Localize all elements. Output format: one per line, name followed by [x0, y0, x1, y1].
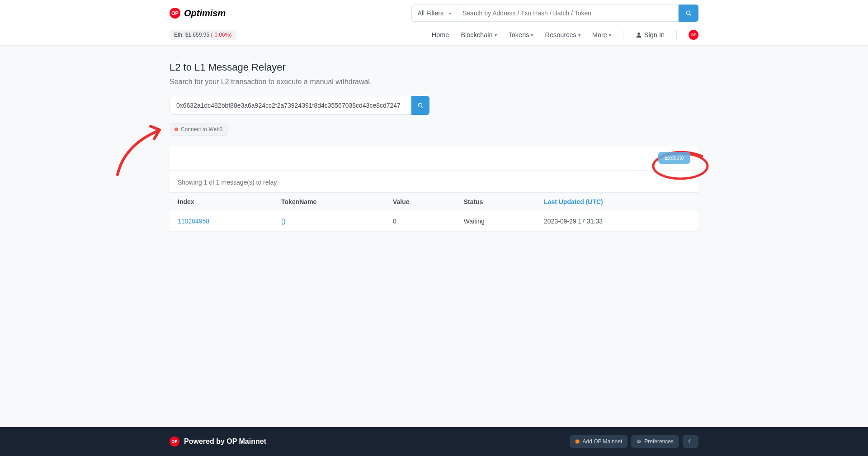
eth-label: Eth:: [174, 32, 185, 38]
nav-divider: [676, 30, 677, 39]
showing-text: Showing 1 of 1 message(s) to relay: [170, 171, 698, 192]
nav-tokens[interactable]: Tokens▾: [509, 31, 533, 38]
nav-divider: [623, 30, 623, 39]
svg-point-0: [686, 11, 690, 14]
chevron-down-icon: ▾: [609, 33, 611, 38]
nav-more-label: More: [592, 31, 607, 38]
main-content: L2 to L1 Message Relayer Search for your…: [0, 46, 868, 277]
svg-point-3: [418, 103, 422, 107]
footer-divider: [170, 250, 698, 250]
chevron-down-icon: ▾: [578, 33, 580, 38]
th-updated[interactable]: Last Updated (UTC): [536, 193, 698, 211]
cell-index[interactable]: 110204958: [178, 218, 209, 225]
eth-price-value: $1,659.95: [185, 32, 209, 38]
eth-price-badge: Eth: $1,659.95 (-0.06%): [170, 30, 236, 40]
svg-point-2: [637, 33, 640, 35]
main-nav: Home Blockchain▾ Tokens▾ Resources▾ More…: [432, 30, 698, 40]
global-search-button[interactable]: [679, 5, 698, 22]
nav-more[interactable]: More▾: [592, 31, 611, 38]
svg-line-4: [422, 107, 423, 108]
chevron-down-icon: ▾: [449, 11, 451, 16]
th-token: TokenName: [273, 193, 385, 211]
nav-resources-label: Resources: [545, 31, 576, 38]
tx-hash-input[interactable]: [170, 96, 411, 115]
tx-search-button[interactable]: [411, 96, 429, 115]
th-index: Index: [170, 193, 273, 211]
search-icon: [417, 102, 424, 109]
chevron-down-icon: ▾: [531, 33, 533, 38]
th-status: Status: [456, 193, 536, 211]
op-network-icon[interactable]: OP: [689, 30, 698, 40]
page-subtitle: Search for your L2 transaction to execut…: [170, 78, 698, 86]
nav-resources[interactable]: Resources▾: [545, 31, 580, 38]
brand-name: Optimism: [184, 8, 226, 19]
nav-home[interactable]: Home: [432, 31, 449, 38]
page-title: L2 to L1 Message Relayer: [170, 62, 698, 73]
filter-label: All Filters: [417, 10, 443, 17]
header: OP Optimism All Filters ▾ Eth: $1,659.95…: [0, 0, 868, 46]
table-row: 110204958 () 0 Waiting 2023-09-29 17:31:…: [170, 211, 698, 232]
nav-blockchain[interactable]: Blockchain▾: [461, 31, 496, 38]
cell-value: 0: [385, 211, 456, 232]
execute-button[interactable]: Execute: [658, 152, 690, 164]
svg-line-1: [690, 14, 691, 16]
search-icon: [685, 10, 692, 16]
nav-signin[interactable]: Sign In: [635, 31, 665, 38]
person-icon: [635, 31, 642, 38]
nav-signin-label: Sign In: [644, 31, 665, 38]
th-updated-label: Last Updated (UTC): [544, 198, 603, 205]
nav-blockchain-label: Blockchain: [461, 31, 492, 38]
relay-table: Index TokenName Value Status Last Update…: [170, 192, 698, 232]
eth-change-value: (-0.06%): [211, 32, 231, 38]
brand-logo[interactable]: OP Optimism: [170, 8, 226, 19]
cell-updated: 2023-09-29 17:31:33: [536, 211, 698, 232]
cell-token[interactable]: (): [281, 218, 285, 225]
filter-dropdown[interactable]: All Filters ▾: [411, 5, 457, 22]
op-badge-icon: OP: [170, 8, 180, 19]
status-dot-icon: [175, 128, 178, 131]
annotation-arrow-icon: [111, 123, 170, 177]
chevron-down-icon: ▾: [495, 33, 497, 38]
connect-label: Connect to Web3: [181, 126, 223, 133]
nav-tokens-label: Tokens: [509, 31, 529, 38]
global-search-input[interactable]: [457, 5, 679, 22]
relay-card: Execute Showing 1 of 1 message(s) to rel…: [170, 146, 698, 232]
connect-web3-button[interactable]: Connect to Web3: [170, 123, 228, 136]
th-value: Value: [385, 193, 456, 211]
cell-status: Waiting: [456, 211, 536, 232]
